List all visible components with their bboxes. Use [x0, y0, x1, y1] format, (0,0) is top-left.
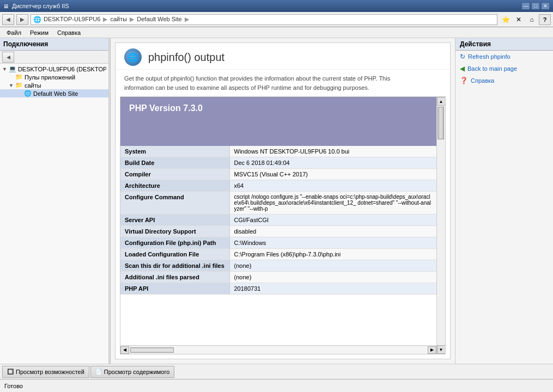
table-row: SystemWindows NT DESKTOP-UL9FPU6 10.0 bu…	[120, 146, 436, 157]
forward-button[interactable]: ▶	[16, 14, 28, 25]
stop-icon[interactable]: ✕	[513, 14, 525, 25]
menu-mode[interactable]: Режим	[26, 28, 53, 37]
app-icon: 🖥	[3, 3, 9, 9]
table-row: Server APICGI/FastCGI	[120, 215, 436, 226]
menu-bar: Файл Режим Справка	[0, 27, 553, 38]
table-value-cell: C:\Windows	[229, 237, 436, 249]
table-row: Build DateDec 6 2018 01:49:04	[120, 157, 436, 169]
table-key-cell: PHP API	[120, 283, 229, 295]
sidebar-item-default-web-site[interactable]: 🌐 Default Web Site	[0, 89, 108, 97]
table-key-cell: Compiler	[120, 169, 229, 180]
table-row: CompilerMSVC15 (Visual C++ 2017)	[120, 169, 436, 180]
scroll-thumb[interactable]	[437, 107, 444, 139]
table-value-cell: Dec 6 2018 01:49:04	[229, 157, 436, 169]
sidebar-item-desktop[interactable]: ▼ 💻 DESKTOP-UL9FPU6 (DESKTOP	[0, 65, 108, 73]
help-action-icon: ❓	[460, 77, 468, 84]
table-key-cell: Additional .ini files parsed	[120, 272, 229, 283]
path-segment-2: сайты	[110, 16, 127, 22]
tab-content-icon: 📄	[95, 369, 102, 375]
php-title: phpinfo() output	[148, 51, 224, 64]
table-value-cell: 20180731	[229, 283, 436, 295]
vertical-scrollbar[interactable]: ▲ ▼	[436, 97, 445, 354]
actions-header: Действия	[455, 38, 553, 51]
help-icon[interactable]: ?	[539, 14, 551, 25]
table-value-cell: CGI/FastCGI	[229, 215, 436, 226]
h-scroll-thumb[interactable]	[130, 347, 174, 353]
table-key-cell: Configure Command	[120, 192, 229, 215]
table-row: Architecturex64	[120, 180, 436, 192]
address-bar: ◀ ▶ 🌐 DESKTOP-UL9FPU6 ▶ сайты ▶ Default …	[0, 12, 553, 27]
sidebar: Подключения ◀ ▼ 💻 DESKTOP-UL9FPU6 (DESKT…	[0, 38, 109, 364]
scroll-left-arrow[interactable]: ◀	[120, 346, 129, 354]
php-description: Get the output of phpinfo() function tha…	[116, 70, 450, 96]
tree-label-4: Default Web Site	[33, 90, 78, 97]
tab-content-view[interactable]: 📄 Просмотр содержимого	[90, 366, 175, 378]
table-key-cell: Virtual Directory Support	[120, 226, 229, 237]
status-text: Готово	[4, 383, 23, 389]
home-icon[interactable]: ⌂	[526, 14, 538, 25]
window-title: Диспетчер служб IIS	[12, 3, 521, 9]
folder-icon-1: 📁	[15, 74, 23, 81]
address-globe-icon: 🌐	[33, 16, 41, 23]
table-row: Configure Commandcscript /nologo configu…	[120, 192, 436, 215]
php-desc-line1: Get the output of phpinfo() function tha…	[124, 75, 390, 82]
close-button[interactable]: ✕	[541, 2, 550, 10]
back-to-main-action[interactable]: ◀ Back to main page	[455, 63, 553, 75]
scroll-track[interactable]	[437, 106, 445, 345]
tree-label-3: сайты	[25, 82, 41, 89]
menu-help[interactable]: Справка	[53, 28, 85, 37]
table-row: Virtual Directory Supportdisabled	[120, 226, 436, 237]
sidebar-back-button[interactable]: ◀	[2, 52, 14, 63]
php-header: 🌐 phpinfo() output	[116, 43, 450, 70]
sidebar-item-app-pools[interactable]: 📁 Пулы приложений	[0, 73, 108, 81]
content-area: 🌐 phpinfo() output Get the output of php…	[111, 38, 455, 364]
tree-arrow-1: ▼	[2, 66, 9, 72]
address-field[interactable]: 🌐 DESKTOP-UL9FPU6 ▶ сайты ▶ Default Web …	[31, 14, 497, 25]
refresh-phpinfo-label: Refresh phpinfo	[468, 53, 511, 60]
folder-icon-2: 📁	[15, 82, 23, 89]
table-key-cell: Scan this dir for additional .ini files	[120, 260, 229, 272]
table-row: Configuration File (php.ini) PathC:\Wind…	[120, 237, 436, 249]
table-key-cell: Configuration File (php.ini) Path	[120, 237, 229, 249]
refresh-phpinfo-action[interactable]: ↻ Refresh phpinfo	[455, 51, 553, 63]
nav-right-icons: ⭐ ✕ ⌂ ?	[500, 14, 551, 25]
tab-features-view[interactable]: 🔲 Просмотр возможностей	[2, 366, 89, 378]
help-label: Справка	[471, 77, 494, 84]
back-button[interactable]: ◀	[2, 14, 14, 25]
path-segment-1: DESKTOP-UL9FPU6	[44, 16, 100, 22]
table-key-cell: System	[120, 146, 229, 157]
scroll-up-arrow[interactable]: ▲	[437, 97, 446, 106]
sidebar-item-sites[interactable]: ▼ 📁 сайты	[0, 81, 108, 89]
table-value-cell: Windows NT DESKTOP-UL9FPU6 10.0 bui	[229, 146, 436, 157]
bottom-tabs: 🔲 Просмотр возможностей 📄 Просмотр содер…	[0, 364, 553, 379]
tree-arrow-3: ▼	[9, 83, 15, 88]
h-scroll-track[interactable]	[129, 347, 428, 353]
php-version-banner: PHP Version 7.3.0	[120, 97, 436, 146]
table-key-cell: Build Date	[120, 157, 229, 169]
table-key-cell: Architecture	[120, 180, 229, 192]
scroll-right-arrow[interactable]: ▶	[428, 346, 436, 354]
horizontal-scrollbar[interactable]: ◀ ▶	[120, 345, 436, 354]
back-action-icon: ◀	[460, 65, 465, 72]
menu-file[interactable]: Файл	[2, 28, 26, 37]
scroll-down-arrow[interactable]: ▼	[437, 345, 446, 354]
status-bar: Готово	[0, 379, 553, 392]
php-version-text: PHP Version 7.3.0	[129, 103, 203, 113]
maximize-button[interactable]: □	[531, 2, 540, 10]
tree-label-1: DESKTOP-UL9FPU6 (DESKTOP	[18, 66, 106, 72]
table-value-cell: C:\Program Files (x86)\php-7.3.0\php.ini	[229, 249, 436, 260]
table-key-cell: Loaded Configuration File	[120, 249, 229, 260]
table-value-cell: (none)	[229, 272, 436, 283]
actions-panel: Действия ↻ Refresh phpinfo ◀ Back to mai…	[455, 38, 553, 364]
tree-label-2: Пулы приложений	[25, 74, 75, 81]
table-key-cell: Server API	[120, 215, 229, 226]
table-row: Scan this dir for additional .ini files(…	[120, 260, 436, 272]
help-action[interactable]: ❓ Справка	[455, 75, 553, 87]
refresh-icon[interactable]: ⭐	[500, 14, 512, 25]
table-value-cell: cscript /nologo configure.js "--enable-s…	[229, 192, 436, 215]
minimize-button[interactable]: —	[521, 2, 530, 10]
php-desc-line2: information can be used to examine all a…	[124, 84, 369, 91]
php-content: PHP Version 7.3.0 SystemWindows NT DESKT…	[120, 96, 446, 354]
monitor-icon: 💻	[9, 65, 16, 72]
table-value-cell: disabled	[229, 226, 436, 237]
